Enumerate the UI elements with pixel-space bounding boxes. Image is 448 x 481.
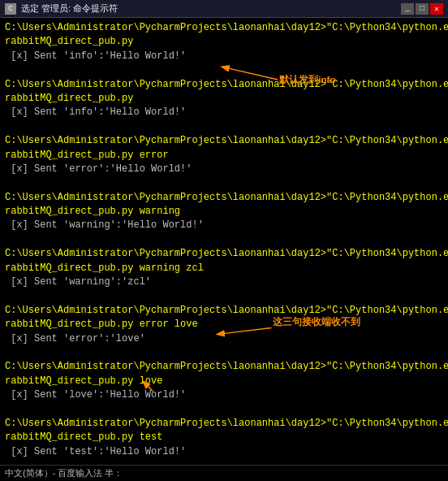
- line: [x] Sent 'warning':'zcl': [5, 275, 443, 289]
- line: rabbitMQ_direct_pub.py error: [5, 149, 443, 162]
- line: [5, 403, 443, 417]
- line: rabbitMQ_direct_pub.py love: [5, 375, 443, 388]
- title-bar: C 选定 管理员: 命令提示符 _ □ ✕: [0, 0, 448, 18]
- cmd-icon: C: [5, 3, 16, 15]
- line: rabbitMQ_direct_pub.py: [5, 92, 443, 106]
- line: C:\Users\Administrator\PycharmProjects\l…: [5, 360, 443, 374]
- line: C:\Users\Administrator\PycharmProjects\l…: [5, 21, 443, 35]
- close-button[interactable]: ✕: [430, 3, 443, 15]
- terminal-body: C:\Users\Administrator\PycharmProjects\l…: [0, 18, 448, 465]
- status-text: 中文(简体）- 百度输入法 半：: [5, 468, 123, 478]
- line: [x] Sent 'error':'love': [5, 332, 443, 346]
- terminal-content: C:\Users\Administrator\PycharmProjects\l…: [5, 21, 443, 465]
- line: [5, 346, 443, 360]
- line: C:\Users\Administrator\PycharmProjects\l…: [5, 417, 443, 431]
- line: rabbitMQ_direct_pub.py warning zcl: [5, 262, 443, 275]
- line: [x] Sent 'error':'Hello World!': [5, 162, 443, 176]
- line: [x] Sent 'love':'Hello World!': [5, 388, 443, 402]
- line: C:\Users\Administrator\PycharmProjects\l…: [5, 134, 443, 148]
- line: [5, 63, 443, 77]
- status-bar: 中文(简体）- 百度输入法 半：: [0, 465, 448, 481]
- maximize-button[interactable]: □: [416, 3, 429, 15]
- line: C:\Users\Administrator\PycharmProjects\l…: [5, 304, 443, 318]
- line: [5, 289, 443, 303]
- line: C:\Users\Administrator\PycharmProjects\l…: [5, 78, 443, 92]
- line: rabbitMQ_direct_pub.py warning: [5, 205, 443, 219]
- line: rabbitMQ_direct_pub.py test: [5, 431, 443, 444]
- line: C:\Users\Administrator\PycharmProjects\l…: [5, 191, 443, 205]
- line: [x] Sent 'info':'Hello World!': [5, 50, 443, 63]
- title-bar-left: C 选定 管理员: 命令提示符: [5, 2, 118, 15]
- line: [5, 233, 443, 247]
- line: [x] Sent 'warning':'Hello World!': [5, 219, 443, 232]
- title-bar-text: 选定 管理员: 命令提示符: [21, 2, 118, 15]
- line: [5, 459, 443, 465]
- line: rabbitMQ_direct_pub.py error love: [5, 318, 443, 332]
- line: [5, 120, 443, 134]
- line: [x] Sent 'test':'Hello World!': [5, 445, 443, 459]
- line: [5, 176, 443, 190]
- line: rabbitMQ_direct_pub.py: [5, 35, 443, 49]
- window: C 选定 管理员: 命令提示符 _ □ ✕ C:\Users\Administr…: [0, 0, 448, 481]
- minimize-button[interactable]: _: [401, 3, 414, 15]
- line: C:\Users\Administrator\PycharmProjects\l…: [5, 247, 443, 261]
- title-bar-controls: _ □ ✕: [401, 3, 443, 15]
- line: [x] Sent 'info':'Hello World!': [5, 106, 443, 119]
